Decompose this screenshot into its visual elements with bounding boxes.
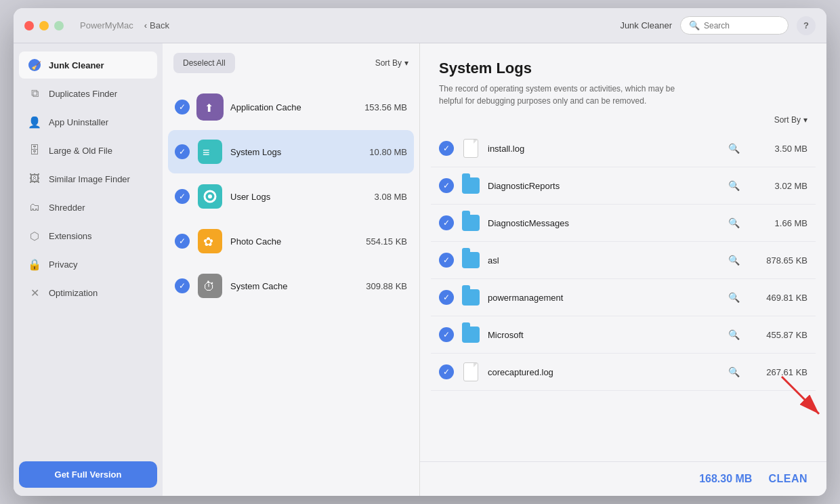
svg-text:≡: ≡	[203, 146, 210, 159]
magnifier-icon[interactable]: 🔍	[728, 292, 740, 303]
sort-by-button[interactable]: Sort By ▾	[375, 58, 408, 68]
file-folder-icon	[462, 212, 480, 234]
file-folder-icon	[462, 324, 480, 345]
magnifier-icon[interactable]: 🔍	[728, 366, 740, 377]
right-sort-chevron-icon: ▾	[803, 115, 807, 125]
main-content: 🧹 Junk Cleaner ⧉ Duplicates Finder 👤 App…	[14, 43, 826, 496]
svg-text:⏱: ⏱	[203, 280, 215, 293]
check-icon[interactable]: ✓	[439, 364, 454, 379]
sidebar-item-app-uninstaller[interactable]: 👤 App Uninstaller	[19, 108, 157, 135]
sidebar-item-duplicates-finder[interactable]: ⧉ Duplicates Finder	[19, 80, 157, 107]
svg-line-14	[782, 377, 819, 414]
magnifier-icon[interactable]: 🔍	[728, 180, 740, 191]
file-name: Microsoft	[488, 330, 715, 340]
breadcrumb-title: Junk Cleaner	[620, 20, 672, 30]
item-info: User Logs	[230, 192, 368, 202]
item-size: 153.56 MB	[364, 102, 407, 112]
sidebar-item-large-old-file[interactable]: 🗄 Large & Old File	[19, 137, 157, 164]
close-button[interactable]	[24, 21, 34, 30]
item-name: Application Cache	[230, 102, 358, 112]
list-item[interactable]: ✓ ≡ System Logs 10.80 MB	[168, 130, 414, 173]
right-list-item[interactable]: ✓ Microsoft 🔍 455.87 KB	[431, 316, 816, 354]
file-name: install.log	[488, 144, 715, 154]
file-doc-icon	[462, 361, 480, 383]
check-icon[interactable]: ✓	[175, 144, 190, 159]
right-list-item[interactable]: ✓ powermanagement 🔍 469.81 KB	[431, 279, 816, 316]
item-icon	[196, 183, 224, 210]
check-icon[interactable]: ✓	[439, 290, 454, 305]
file-size: 3.02 MB	[753, 181, 807, 191]
right-footer: 168.30 MB CLEAN	[420, 461, 826, 496]
search-input[interactable]	[704, 21, 780, 30]
item-info: System Logs	[230, 147, 362, 157]
help-button[interactable]: ?	[797, 16, 816, 35]
duplicates-finder-icon: ⧉	[27, 86, 42, 101]
clean-button[interactable]: CLEAN	[768, 473, 807, 485]
search-box[interactable]: 🔍	[680, 16, 789, 35]
maximize-button[interactable]	[54, 21, 64, 30]
item-info: Photo Cache	[230, 236, 359, 247]
file-folder-icon	[462, 287, 480, 308]
item-icon: ≡	[196, 138, 224, 165]
check-icon[interactable]: ✓	[175, 234, 190, 249]
right-file-list: ✓ install.log 🔍 3.50 MB ✓	[420, 130, 826, 461]
check-icon[interactable]: ✓	[439, 253, 454, 268]
deselect-all-button[interactable]: Deselect All	[173, 53, 235, 73]
shredder-icon: 🗂	[27, 200, 42, 215]
right-panel-wrapper: System Logs The record of operating syst…	[420, 43, 826, 496]
file-doc-icon	[462, 138, 480, 159]
magnifier-icon[interactable]: 🔍	[728, 329, 740, 340]
minimize-button[interactable]	[39, 21, 49, 30]
right-list-item[interactable]: ✓ asl 🔍 878.65 KB	[431, 242, 816, 279]
file-name: DiagnosticReports	[488, 181, 715, 191]
svg-text:⬆: ⬆	[205, 102, 213, 114]
check-icon[interactable]: ✓	[439, 215, 454, 230]
privacy-icon: 🔒	[27, 257, 42, 272]
titlebar-right: Junk Cleaner 🔍 ?	[620, 16, 816, 35]
sort-by-chevron-icon: ▾	[404, 58, 408, 68]
right-sort-by-button[interactable]: Sort By ▾	[774, 115, 807, 125]
right-list-item[interactable]: ✓ corecaptured.log 🔍 267.61 KB	[431, 354, 816, 391]
sidebar-item-junk-cleaner[interactable]: 🧹 Junk Cleaner	[19, 51, 157, 79]
list-item[interactable]: ✓ User Logs 3.08 MB	[168, 175, 414, 218]
list-item[interactable]: ✓ ⬆ Application Cache 153.56 MB	[168, 85, 414, 129]
file-size: 455.87 KB	[753, 330, 807, 340]
check-icon[interactable]: ✓	[175, 100, 190, 114]
svg-point-8	[208, 194, 212, 198]
right-list-item[interactable]: ✓ DiagnosticReports 🔍 3.02 MB	[431, 167, 816, 205]
search-icon: 🔍	[689, 20, 700, 30]
right-list-item[interactable]: ✓ DiagnosticMessages 🔍 1.66 MB	[431, 205, 816, 242]
sidebar-item-privacy[interactable]: 🔒 Privacy	[19, 251, 157, 278]
right-panel: System Logs The record of operating syst…	[420, 43, 826, 496]
file-name: asl	[488, 255, 715, 266]
right-header: System Logs The record of operating syst…	[420, 43, 826, 115]
sidebar-item-optimization[interactable]: ✕ Optimization	[19, 279, 157, 306]
back-button[interactable]: ‹ Back	[144, 20, 169, 30]
magnifier-icon[interactable]: 🔍	[728, 217, 740, 228]
check-icon[interactable]: ✓	[439, 178, 454, 193]
red-arrow-indicator	[775, 370, 826, 424]
item-name: System Cache	[230, 281, 359, 291]
get-full-version-button[interactable]: Get Full Version	[19, 461, 157, 488]
check-icon[interactable]: ✓	[439, 141, 454, 156]
titlebar: PowerMyMac ‹ Back Junk Cleaner 🔍 ?	[14, 8, 826, 43]
right-list-item[interactable]: ✓ install.log 🔍 3.50 MB	[431, 130, 816, 167]
item-name: System Logs	[230, 147, 362, 157]
check-icon[interactable]: ✓	[439, 327, 454, 342]
sidebar-item-shredder[interactable]: 🗂 Shredder	[19, 194, 157, 221]
extensions-icon: ⬡	[27, 228, 42, 243]
list-item[interactable]: ✓ ⏱ System Cache 309.88 KB	[168, 264, 414, 308]
sidebar-item-label: Shredder	[49, 203, 85, 213]
similar-image-finder-icon: 🖼	[27, 171, 42, 186]
file-size: 3.50 MB	[753, 144, 807, 154]
magnifier-icon[interactable]: 🔍	[728, 255, 740, 266]
sidebar-item-extensions[interactable]: ⬡ Extensions	[19, 222, 157, 249]
check-icon[interactable]: ✓	[175, 278, 190, 293]
check-icon[interactable]: ✓	[175, 189, 190, 204]
magnifier-icon[interactable]: 🔍	[728, 143, 740, 154]
app-name-label: PowerMyMac	[80, 20, 133, 30]
sidebar-item-label: Similar Image Finder	[49, 174, 130, 184]
sidebar-item-label: Extensions	[49, 231, 92, 241]
list-item[interactable]: ✓ ✿ Photo Cache 554.15 KB	[168, 219, 414, 263]
sidebar-item-similar-image-finder[interactable]: 🖼 Similar Image Finder	[19, 165, 157, 192]
